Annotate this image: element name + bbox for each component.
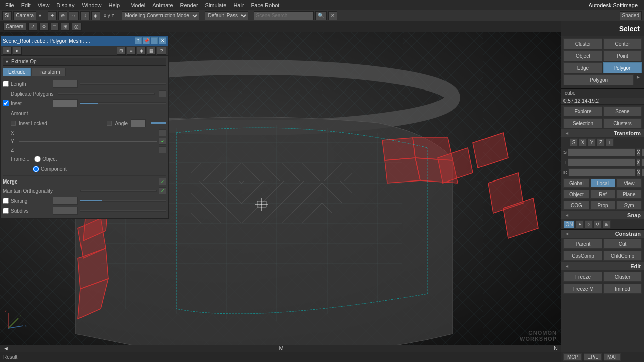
settings-button[interactable]: ✕ xyxy=(328,11,337,20)
sx-input[interactable]: 1 xyxy=(568,148,635,156)
float-panel-titlebar[interactable]: Scene_Root : cube : Polygon Mesh : ... ?… xyxy=(1,36,168,46)
ref-btn[interactable]: Ref xyxy=(590,190,616,199)
menu-item-render[interactable]: Render xyxy=(177,1,201,9)
edit-section-title[interactable]: ◄ Edit xyxy=(561,262,644,270)
viewport-expand-btn[interactable]: ↗ xyxy=(28,23,37,31)
skirting-slider[interactable] xyxy=(80,200,166,202)
ry-input[interactable]: 17.1413 xyxy=(642,168,644,176)
sx-axis-btn[interactable]: X xyxy=(636,148,641,156)
inset-checkbox[interactable] xyxy=(3,100,9,106)
inset-slider[interactable] xyxy=(80,102,166,104)
sym-btn[interactable]: Sym xyxy=(616,201,642,210)
fp-icon3-btn[interactable]: ◈ xyxy=(137,47,146,55)
inset-locked-checkbox[interactable] xyxy=(11,121,16,126)
transform-t-btn[interactable]: T xyxy=(606,138,614,146)
panel-minimize-btn[interactable]: _ xyxy=(151,37,158,44)
cascomp-btn[interactable]: CasComp xyxy=(564,251,602,261)
edit-cluster-btn[interactable]: Cluster xyxy=(603,272,642,282)
search-button[interactable]: 🔍 xyxy=(315,11,327,20)
edge-mode-btn[interactable]: Edge xyxy=(564,62,602,73)
length-slider[interactable] xyxy=(80,83,166,85)
sy-input[interactable]: 1 xyxy=(642,148,644,156)
tx-input[interactable]: 89.8317 xyxy=(568,158,635,166)
transform-s-btn[interactable]: S xyxy=(570,138,578,146)
global-btn[interactable]: Global xyxy=(564,178,589,188)
viewport[interactable]: Camera ↗ ⚙ □ ⊞ ◎ Selected Objects 0 Tria… xyxy=(0,21,561,362)
menu-item-model[interactable]: Model xyxy=(127,1,148,9)
viewport-camera-btn[interactable]: Camera xyxy=(3,23,26,31)
object-mode-btn[interactable]: Object xyxy=(564,50,602,61)
camera-button[interactable]: Camera xyxy=(13,11,36,20)
snap-refresh-btn[interactable]: ↺ xyxy=(594,220,602,228)
tab-extrude[interactable]: Extrude xyxy=(3,68,31,76)
mode-select[interactable]: Modeling Construction Mode xyxy=(122,11,199,20)
transform-x-btn[interactable]: X xyxy=(579,138,587,146)
menu-item-window[interactable]: Window xyxy=(78,1,104,9)
rx-axis-btn[interactable]: X xyxy=(637,168,641,176)
cluster-btn[interactable]: Cluster xyxy=(564,38,602,49)
cut-btn[interactable]: Cut xyxy=(603,239,642,249)
component-radio-label[interactable]: Component xyxy=(33,166,67,172)
rx-input[interactable]: 0 xyxy=(568,168,636,176)
angle-checkbox[interactable] xyxy=(107,121,112,126)
snap-circle-btn[interactable]: ○ xyxy=(585,220,593,228)
skirting-checkbox[interactable] xyxy=(3,198,9,204)
subdivs-slider[interactable] xyxy=(80,210,166,212)
parent-btn[interactable]: Parent xyxy=(564,239,602,249)
prop-btn[interactable]: Prop xyxy=(590,201,616,210)
constrain-section-title[interactable]: ◄ Constrain xyxy=(561,230,644,238)
panel-help-btn[interactable]: ? xyxy=(135,37,142,44)
tx-axis-btn[interactable]: X xyxy=(636,158,641,166)
menu-item-help[interactable]: Help xyxy=(106,1,123,9)
menu-item-hair[interactable]: Hair xyxy=(230,1,247,9)
object-radio[interactable] xyxy=(34,156,41,162)
length-input[interactable]: 0 xyxy=(53,80,78,88)
mcp-btn[interactable]: MCP xyxy=(564,353,582,361)
tool-btn-2[interactable]: ⊕ xyxy=(58,11,67,20)
scene-search-input[interactable] xyxy=(254,11,314,20)
viewport-snap-btn[interactable]: ◎ xyxy=(72,23,82,31)
immed-btn[interactable]: Immed xyxy=(603,284,642,294)
shaded-button[interactable]: Shaded xyxy=(620,11,642,20)
plane-btn[interactable]: Plane xyxy=(616,190,642,199)
explore-btn[interactable]: Explore xyxy=(564,106,602,116)
freeze-m-btn[interactable]: Freeze M xyxy=(564,284,602,294)
subdivs-checkbox[interactable] xyxy=(3,208,9,214)
cog-btn[interactable]: COG xyxy=(564,201,589,210)
snap-section-title[interactable]: ◄ Snap xyxy=(561,211,644,219)
transform-z-btn[interactable]: Z xyxy=(597,138,605,146)
angle-input[interactable]: 45 xyxy=(131,119,146,127)
panel-close-btn[interactable]: ✕ xyxy=(159,37,166,44)
menu-item-animate[interactable]: Animate xyxy=(149,1,176,9)
snap-dot-btn[interactable]: ● xyxy=(576,220,584,228)
fp-icon2-btn[interactable]: ≡ xyxy=(127,47,136,55)
menu-item-facerobot[interactable]: Face Robot xyxy=(248,1,283,9)
length-checkbox[interactable] xyxy=(3,81,9,87)
obj-btn[interactable]: Object xyxy=(564,190,589,199)
selection-btn[interactable]: Selection xyxy=(564,118,602,128)
view-btn[interactable]: View xyxy=(616,178,642,188)
softimage-icon-btn[interactable]: SI xyxy=(2,11,12,20)
transform-y-btn[interactable]: Y xyxy=(588,138,596,146)
freeze-btn[interactable]: Freeze xyxy=(564,272,602,282)
tool-btn-5[interactable]: ◈ xyxy=(91,11,100,20)
transform-section-title[interactable]: ◄ Transform xyxy=(561,129,644,137)
snap-grid-btn[interactable]: ⊞ xyxy=(603,220,611,228)
epl-btn[interactable]: EP/L xyxy=(584,353,602,361)
extrude-op-section[interactable]: ▼ Extrude Op xyxy=(3,58,166,66)
menu-item-display[interactable]: Display xyxy=(53,1,77,9)
chldcomp-btn[interactable]: ChldComp xyxy=(603,251,642,261)
fp-forward-btn[interactable]: ► xyxy=(13,47,22,55)
subdivs-input[interactable]: 0 xyxy=(53,207,78,215)
center-btn[interactable]: Center xyxy=(603,38,642,49)
skirting-input[interactable]: 0.25 xyxy=(53,197,78,205)
mat-btn[interactable]: MAT xyxy=(604,353,621,361)
menu-item-file[interactable]: File xyxy=(2,1,17,9)
tool-btn-3[interactable]: ↔ xyxy=(69,11,79,20)
snap-on-btn[interactable]: ON xyxy=(564,220,575,228)
point-mode-btn[interactable]: Point xyxy=(603,50,642,61)
panel-pin-btn[interactable]: 📌 xyxy=(143,37,150,44)
viewport-display-btn[interactable]: □ xyxy=(51,23,59,31)
clusters-btn[interactable]: Clusters xyxy=(603,118,642,128)
menu-item-edit[interactable]: Edit xyxy=(18,1,34,9)
